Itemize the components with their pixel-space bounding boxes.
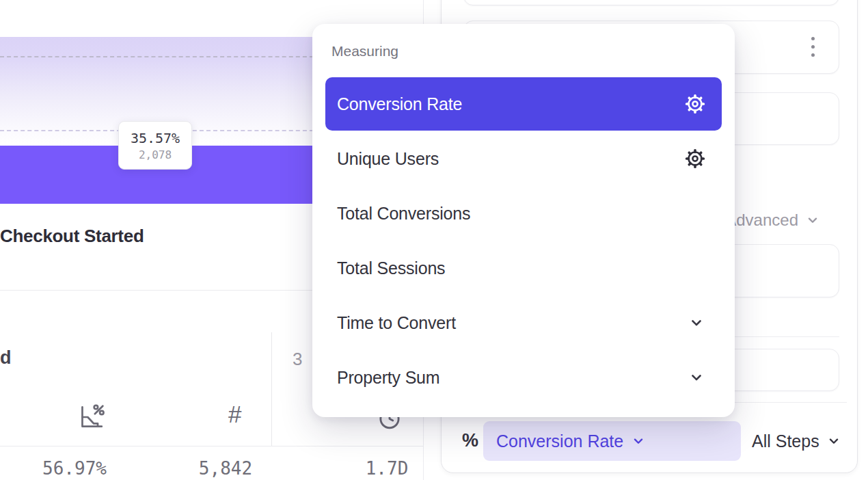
gear-icon[interactable]	[683, 146, 707, 171]
menu-item-total-sessions[interactable]: Total Sessions	[325, 241, 722, 295]
chevron-down-icon	[826, 434, 841, 449]
metric-value-conversion-rate: 56.97%	[27, 458, 122, 479]
measuring-dropdown-menu: Measuring Conversion Rate	[312, 24, 735, 417]
tooltip-rate-value: 35.57%	[131, 130, 180, 146]
table-row-divider	[0, 446, 424, 446]
metric-value-count: 5,842	[178, 458, 273, 479]
measuring-selector-button[interactable]: Conversion Rate	[483, 421, 741, 461]
chevron-down-icon	[688, 369, 705, 386]
chevron-down-icon	[688, 315, 705, 331]
count-icon: #	[228, 401, 241, 428]
menu-item-label: Total Conversions	[337, 204, 470, 224]
menu-item-conversion-rate[interactable]: Conversion Rate	[325, 77, 722, 131]
advanced-label: Advanced	[725, 211, 798, 230]
measuring-selector-value: Conversion Rate	[496, 431, 623, 451]
menu-item-label: Total Sessions	[337, 258, 445, 278]
mixpanel-funnel-screen: 35.57% 2,078 Checkout Started d 3 #	[0, 0, 868, 480]
table-column-divider	[271, 332, 272, 446]
menu-item-total-conversions[interactable]: Total Conversions	[325, 187, 722, 240]
conversion-rate-icon	[76, 403, 105, 431]
steps-selector-button[interactable]: All Steps	[752, 421, 841, 461]
funnel-step-label: Checkout Started	[0, 226, 144, 247]
funnel-tooltip: 35.57% 2,078	[118, 121, 192, 170]
table-column-label-fragment: 3	[293, 349, 302, 370]
metric-value-time: 1.7D	[339, 458, 435, 479]
steps-selector-value: All Steps	[752, 431, 819, 451]
menu-item-label: Unique Users	[337, 149, 439, 169]
more-options-icon[interactable]	[811, 37, 815, 57]
chevron-down-icon	[805, 213, 820, 228]
table-row-label-fragment: d	[0, 347, 12, 369]
measuring-menu-header: Measuring	[331, 43, 398, 59]
menu-item-label: Property Sum	[337, 368, 439, 388]
chevron-down-icon	[631, 434, 646, 449]
menu-item-property-sum[interactable]: Property Sum	[325, 351, 722, 404]
gear-icon[interactable]	[683, 92, 707, 116]
tooltip-count-value: 2,078	[139, 148, 172, 161]
metric-symbol: %	[462, 430, 478, 451]
query-step-card-top[interactable]	[463, 0, 839, 5]
menu-item-unique-users[interactable]: Unique Users	[325, 132, 722, 185]
menu-item-label: Time to Convert	[337, 313, 456, 333]
menu-item-time-to-convert[interactable]: Time to Convert	[325, 296, 722, 349]
menu-item-label: Conversion Rate	[337, 94, 462, 114]
